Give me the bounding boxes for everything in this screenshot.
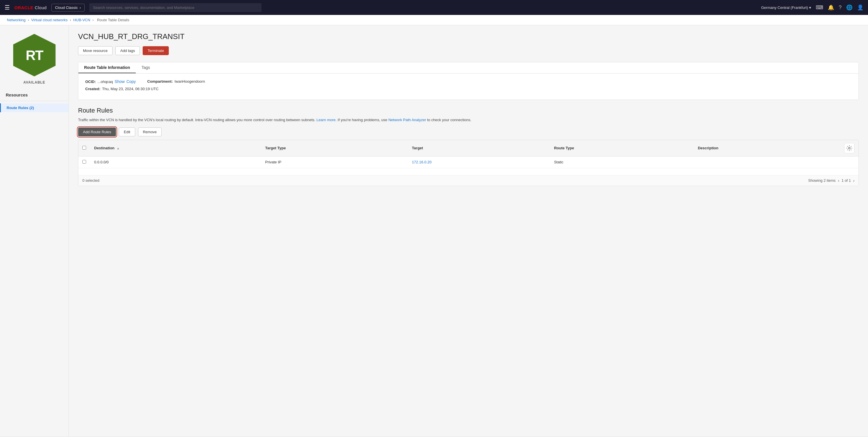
row-destination: 0.0.0.0/0 [90,156,261,168]
svg-point-0 [848,147,850,149]
route-rules-description: Traffic within the VCN is handled by the… [78,117,859,123]
col-route-type: Route Type [550,140,694,156]
showing-items: Showing 2 items [808,178,836,183]
route-rules-title: Route Rules [78,107,859,114]
nav-right: Germany Central (Frankfurt) ▾ ⌨ 🔔 ? 🌐 👤 [761,4,863,11]
page-title: VCN_HUB_RT_DRG_TRANSIT [78,32,859,41]
tab-route-table-information[interactable]: Route Table Information [79,62,136,73]
search-input[interactable] [89,3,261,12]
compartment-label: Compartment: [147,79,173,84]
remove-button[interactable]: Remove [138,127,162,136]
top-navigation: ☰ ORACLE Cloud Cloud Classic › Germany C… [0,0,868,15]
resource-icon-container: RT AVAILABLE [0,32,69,90]
route-rules-section: Route Rules Traffic within the VCN is ha… [78,107,859,186]
route-rules-desc-mid: If you're having problems, use [338,118,387,122]
prev-page-button[interactable]: ‹ [838,178,839,183]
tabs-body: OCID: ...ohqcaq Show Copy Compartment: I… [79,73,859,100]
breadcrumb-sep-1: › [28,18,30,22]
table-row: 0.0.0.0/0 Private IP 172.16.0.20 Static [79,156,859,168]
row-target: 172.16.0.20 [408,156,550,168]
cloud-classic-label: Cloud Classic [55,5,78,10]
ocid-show-link[interactable]: Show [115,79,125,84]
breadcrumb-hub-vcn[interactable]: HUB-VCN [73,18,90,22]
col-help [840,140,859,156]
table-row-empty [79,168,859,175]
route-rules-desc-start: Traffic within the VCN is handled by the… [78,118,315,122]
action-buttons: Move resource Add tags Terminate [78,46,859,55]
region-selector[interactable]: Germany Central (Frankfurt) ▾ [761,5,811,10]
created-value: Thu, May 23, 2024, 06:30:19 UTC [102,87,159,91]
col-destination[interactable]: Destination ▲ [90,140,261,156]
profile-icon[interactable]: 👤 [857,4,863,11]
settings-svg [846,145,853,152]
table-toolbar: Add Route Rules Edit Remove [78,127,859,136]
sidebar-item-route-rules[interactable]: Route Rules (2) [0,103,69,112]
col-destination-label: Destination [94,146,115,150]
add-tags-button[interactable]: Add tags [115,46,140,55]
hex-initials: RT [26,48,43,63]
info-compartment: Compartment: IwanHoogendoorn [147,79,205,84]
select-all-checkbox[interactable] [82,146,86,150]
row-target-link[interactable]: 172.16.0.20 [412,160,432,164]
pagination: Showing 2 items ‹ 1 of 1 › [808,178,855,183]
page-info: 1 of 1 [842,178,851,183]
row-action [840,156,859,168]
next-page-button[interactable]: › [853,178,855,183]
oracle-logo: ORACLE Cloud [14,5,47,10]
col-target: Target [408,140,550,156]
terminate-button[interactable]: Terminate [143,46,169,55]
selected-count: 0 selected [82,178,99,183]
route-table-info-panel: Route Table Information Tags OCID: ...oh… [78,62,859,100]
sort-icon: ▲ [117,147,119,150]
hamburger-menu-icon[interactable]: ☰ [5,4,10,11]
table-settings-icon[interactable] [844,143,855,153]
code-icon[interactable]: ⌨ [816,4,823,11]
cloud-classic-arrow: › [80,5,81,10]
breadcrumb-sep-2: › [70,18,72,22]
select-all-header [79,140,90,156]
row-checkbox-cell [79,156,90,168]
hex-icon: RT [11,32,57,78]
table-footer: 0 selected Showing 2 items ‹ 1 of 1 › [79,175,859,186]
tab-tags[interactable]: Tags [136,62,156,73]
learn-more-link[interactable]: Learn more. [317,118,337,122]
info-ocid: OCID: ...ohqcaq Show Copy [85,79,136,84]
table-header-row: Destination ▲ Target Type Target Route T… [79,140,859,156]
region-label: Germany Central (Frankfurt) [761,5,808,10]
route-rules-table: Destination ▲ Target Type Target Route T… [78,140,859,186]
ocid-label: OCID: [85,80,96,84]
breadcrumb-networking[interactable]: Networking [7,18,26,22]
breadcrumb-current: Route Table Details [97,18,129,22]
row-target-type: Private IP [261,156,408,168]
cloud-classic-button[interactable]: Cloud Classic › [51,4,85,11]
row-route-type: Static [550,156,694,168]
hex-shape: RT [13,34,56,76]
route-rules-desc-end: to check your connections. [427,118,471,122]
network-path-analyzer-link[interactable]: Network Path Analyzer [389,118,426,122]
row-description [694,156,840,168]
main-layout: RT AVAILABLE Resources Route Rules (2) V… [0,25,868,436]
tabs-header: Route Table Information Tags [79,62,859,73]
edit-button[interactable]: Edit [119,127,135,136]
add-route-rules-button[interactable]: Add Route Rules [78,127,116,136]
info-row-created: Created: Thu, May 23, 2024, 06:30:19 UTC [85,87,851,91]
breadcrumb-vcn[interactable]: Virtual cloud networks [31,18,68,22]
globe-icon[interactable]: 🌐 [846,4,852,11]
oracle-logo-text: ORACLE Cloud [14,5,47,10]
info-row-ocid: OCID: ...ohqcaq Show Copy Compartment: I… [85,79,851,84]
help-icon[interactable]: ? [839,5,842,11]
breadcrumb-sep-3: › [92,18,95,22]
move-resource-button[interactable]: Move resource [78,46,113,55]
row-checkbox[interactable] [82,160,86,164]
compartment-value: IwanHoogendoorn [175,79,205,84]
main-content: VCN_HUB_RT_DRG_TRANSIT Move resource Add… [69,25,868,436]
col-description: Description [694,140,840,156]
bell-icon[interactable]: 🔔 [828,4,834,11]
col-target-type: Target Type [261,140,408,156]
sidebar-section-title: Resources [0,90,69,100]
sidebar: RT AVAILABLE Resources Route Rules (2) [0,25,69,436]
status-badge: AVAILABLE [24,81,45,85]
breadcrumb: Networking › Virtual cloud networks › HU… [0,15,868,25]
created-label: Created: [85,87,100,91]
ocid-copy-link[interactable]: Copy [126,79,136,84]
